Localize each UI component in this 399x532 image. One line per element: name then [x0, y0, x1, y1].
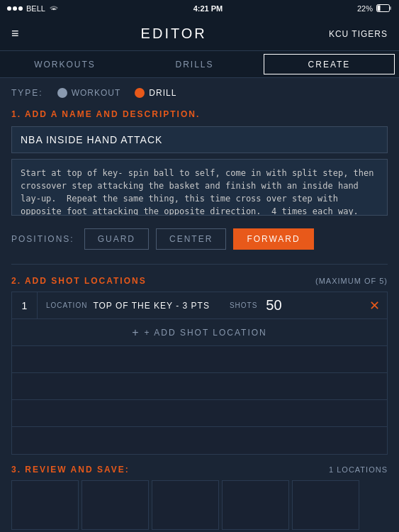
review-section: 3. REVIEW AND SAVE: 1 LOCATIONS	[11, 465, 388, 530]
max-note: (MAXIMUM OF 5)	[315, 277, 388, 285]
battery-pct: 22%	[357, 4, 373, 13]
menu-button[interactable]: ≡	[11, 26, 19, 41]
empty-shot-row	[12, 400, 387, 427]
position-forward-button[interactable]: FORWARD	[233, 228, 313, 250]
section1-header: 1. ADD A NAME AND DESCRIPTION.	[11, 109, 388, 119]
shots-value: 50	[266, 297, 281, 314]
description-textarea[interactable]: Start at top of key- spin ball to self, …	[11, 159, 388, 216]
wifi-icon	[49, 4, 59, 13]
position-center-button[interactable]: CENTER	[156, 228, 226, 250]
shot-table: 1 LOCATION TOP OF THE KEY - 3 PTS SHOTS …	[11, 292, 388, 455]
type-label: TYPE:	[11, 88, 43, 98]
drill-radio	[135, 88, 145, 98]
type-row: TYPE: WORKOUT DRILL	[11, 88, 388, 98]
delete-shot-button[interactable]: ✕	[361, 298, 387, 314]
main-content: TYPE: WORKOUT DRILL 1. ADD A NAME AND DE…	[0, 78, 399, 532]
divider	[11, 264, 388, 265]
court-thumb-5	[292, 480, 359, 530]
type-workout-option[interactable]: WORKOUT	[57, 88, 121, 98]
locations-count: 1 LOCATIONS	[329, 465, 388, 474]
section2-header: 2. ADD SHOT LOCATIONS	[11, 276, 147, 286]
shot-row: 1 LOCATION TOP OF THE KEY - 3 PTS SHOTS …	[12, 292, 387, 319]
svg-rect-1	[378, 5, 381, 11]
status-right: 22%	[357, 4, 392, 13]
empty-shot-row	[12, 427, 387, 454]
battery-icon	[376, 4, 392, 13]
location-value: TOP OF THE KEY - 3 PTS	[93, 301, 210, 311]
type-drill-option[interactable]: DRILL	[135, 88, 176, 98]
status-left: BELL	[7, 4, 59, 13]
court-thumb-3	[152, 480, 219, 530]
court-thumb-4	[222, 480, 289, 530]
header: ≡ EDITOR KCU TIGERS	[0, 17, 399, 51]
positions-label: POSITIONS:	[11, 234, 74, 244]
tab-bar: WORKOUTS DRILLS CREATE	[0, 51, 399, 78]
section2-header-row: 2. ADD SHOT LOCATIONS (MAXIMUM OF 5)	[11, 276, 388, 286]
status-bar: BELL 4:21 PM 22%	[0, 0, 399, 17]
shot-info: LOCATION TOP OF THE KEY - 3 PTS SHOTS 50	[38, 297, 361, 314]
add-shot-row[interactable]: + + ADD SHOT LOCATION	[12, 319, 387, 346]
tab-create[interactable]: CREATE	[264, 54, 395, 74]
positions-row: POSITIONS: GUARD CENTER FORWARD	[11, 228, 388, 250]
workout-radio	[57, 88, 67, 98]
empty-shot-row	[12, 346, 387, 373]
shot-number: 1	[12, 292, 38, 318]
shots-label: SHOTS	[230, 301, 257, 309]
position-guard-button[interactable]: GUARD	[84, 228, 149, 250]
tab-workouts[interactable]: WORKOUTS	[0, 51, 130, 77]
page-title: EDITOR	[141, 26, 207, 42]
time-display: 4:21 PM	[193, 4, 223, 13]
location-label: LOCATION	[46, 301, 87, 309]
name-input[interactable]	[11, 126, 388, 153]
section3-header: 3. REVIEW AND SAVE:	[11, 465, 130, 475]
add-shot-label: + ADD SHOT LOCATION	[145, 328, 267, 338]
team-name: KCU TIGERS	[329, 29, 388, 39]
court-thumb-1	[11, 480, 79, 530]
carrier-label: BELL	[26, 4, 45, 13]
add-plus-icon: +	[132, 326, 138, 339]
empty-shot-row	[12, 373, 387, 400]
signal-dots	[7, 6, 23, 11]
court-thumb-2	[82, 480, 149, 530]
review-header-row: 3. REVIEW AND SAVE: 1 LOCATIONS	[11, 465, 388, 475]
tab-drills[interactable]: DRILLS	[130, 51, 259, 77]
svg-rect-2	[390, 6, 391, 10]
court-thumbnails	[11, 480, 388, 530]
